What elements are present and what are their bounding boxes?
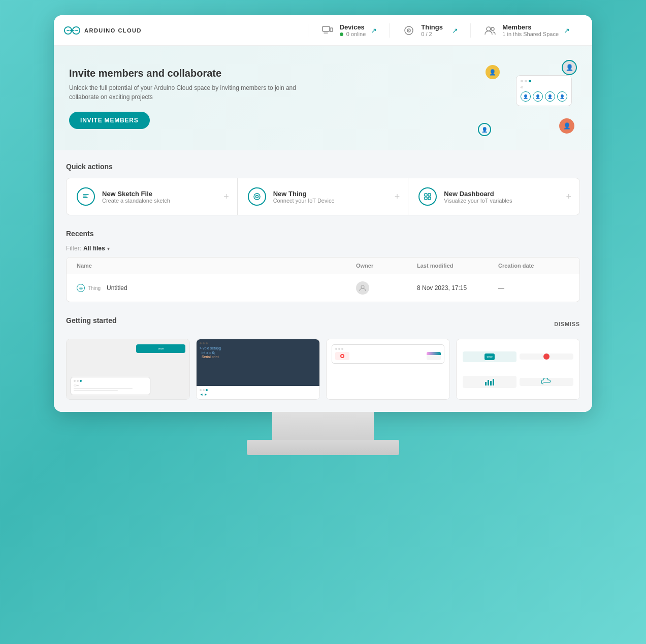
col-owner: Owner [356, 263, 417, 269]
stat-item-devices[interactable]: Devices 0 online ↗ [308, 23, 390, 38]
quick-actions-section: Quick actions New Sketch File Create a s… [66, 163, 580, 215]
action-new-sketch[interactable]: New Sketch File Create a standalone sket… [67, 178, 238, 215]
col-last-modified: Last modified [417, 263, 498, 269]
gs-card-code[interactable]: > void setup() int x = 0; Serial.print ◄… [196, 339, 320, 400]
stat-item-members[interactable]: Members 1 in this Shared Space ↗ [470, 23, 582, 38]
quick-actions-grid: New Sketch File Create a standalone sket… [66, 178, 580, 215]
header: ARDUINO CLOUD Devices [54, 15, 592, 46]
sketch-icon [77, 187, 95, 206]
thing-title: New Thing [273, 190, 335, 198]
thing-subtitle: Connect your IoT Device [273, 198, 335, 204]
file-name-cell: ◎ Thing Untitled [77, 284, 356, 292]
banner-title: Invite members and collaborate [69, 68, 313, 79]
sketch-mini-window: ∞∞ [71, 377, 150, 395]
things-icon [402, 23, 416, 38]
svg-rect-12 [425, 194, 427, 196]
action-new-dashboard[interactable]: New Dashboard Visualize your IoT variabl… [408, 178, 579, 215]
gs-card-sketch[interactable]: ∞∞ ∞∞ [66, 339, 190, 400]
sketch-badge: ∞∞ [136, 344, 185, 353]
gs-card-devices[interactable]: ∞∞ [456, 339, 580, 400]
action-new-thing[interactable]: New Thing Connect your IoT Device + [238, 178, 409, 215]
device-chart-icon [463, 376, 516, 388]
banner-text: Invite members and collaborate Unlock th… [69, 68, 313, 129]
owner-cell [356, 281, 417, 295]
illus-main-window: ∞ 👤 👤 👤 👤 [516, 75, 572, 106]
members-subtitle: 1 in this Shared Space [502, 31, 559, 37]
members-title: Members [502, 23, 559, 31]
dashboard-action-icon [418, 187, 437, 206]
things-subtitle: 0 / 2 [421, 31, 447, 37]
file-type-label: Thing [88, 285, 101, 291]
invite-members-button[interactable]: INVITE MEMBERS [69, 112, 150, 129]
getting-started-cards: ∞∞ ∞∞ [66, 339, 580, 400]
last-modified-cell: 8 Nov 2023, 17:15 [417, 284, 498, 292]
stat-info-things: Things 0 / 2 [421, 23, 447, 37]
table-header: Name Owner Last modified Creation date [67, 257, 579, 274]
monitor-stand-neck [272, 412, 374, 440]
recents-filter: Filter: All files ▾ [66, 245, 580, 252]
gs-card-devices-illus: ∞∞ [457, 339, 579, 399]
recents-title: Recents [66, 230, 580, 238]
dashboard-title: New Dashboard [444, 190, 512, 198]
svg-point-16 [361, 285, 364, 288]
dashboard-mini-window [332, 344, 444, 364]
dashboard-plus-icon: + [566, 191, 571, 202]
gs-card-code-illus: > void setup() int x = 0; Serial.print ◄… [197, 339, 319, 399]
quick-actions-title: Quick actions [66, 163, 580, 171]
table-row[interactable]: ◎ Thing Untitled 8 [67, 274, 579, 302]
online-dot [340, 33, 343, 36]
monitor-stand-base [247, 440, 399, 455]
sketch-title: New Sketch File [102, 190, 170, 198]
banner-illustration: ∞ 👤 👤 👤 👤 👤 👤 👤 [475, 60, 577, 136]
arduino-logo-icon [64, 25, 80, 36]
thing-text: New Thing Connect your IoT Device [273, 190, 335, 204]
filter-value[interactable]: All files [83, 245, 105, 252]
things-arrow-icon: ↗ [452, 26, 458, 35]
sketch-plus-icon: + [223, 191, 229, 202]
svg-point-8 [487, 27, 491, 31]
svg-point-11 [255, 196, 258, 198]
dashboard-text: New Dashboard Visualize your IoT variabl… [444, 190, 512, 204]
main-content: Invite members and collaborate Unlock th… [54, 46, 592, 412]
col-creation-date: Creation date [498, 263, 569, 269]
getting-started-section: Getting started DISMISS ∞∞ [66, 316, 580, 400]
monitor-screen: ARDUINO CLOUD Devices [54, 15, 592, 412]
sketch-text: New Sketch File Create a standalone sket… [102, 190, 170, 204]
svg-rect-3 [322, 26, 330, 31]
devices-icon [320, 23, 335, 38]
recents-table: Name Owner Last modified Creation date ◎… [66, 257, 580, 302]
creation-date-cell: — [498, 284, 569, 292]
svg-rect-14 [425, 197, 427, 200]
filter-label: Filter: [66, 245, 81, 252]
dismiss-button[interactable]: DISMISS [554, 321, 580, 327]
illus-avatar-top: 👤 [562, 60, 577, 75]
svg-rect-13 [428, 194, 431, 196]
filter-dropdown-icon[interactable]: ▾ [107, 246, 110, 251]
illus-avatar-bottom-right: 👤 [559, 118, 574, 134]
stat-info-members: Members 1 in this Shared Space [502, 23, 559, 37]
things-title: Things [421, 23, 447, 31]
svg-point-10 [254, 194, 260, 200]
recents-section: Recents Filter: All files ▾ Name Owner L… [66, 230, 580, 302]
members-icon [483, 23, 497, 38]
gs-card-sketch-illus: ∞∞ ∞∞ [67, 339, 189, 399]
logo-area: ARDUINO CLOUD [64, 25, 142, 36]
col-name: Name [77, 263, 356, 269]
stat-info-devices: Devices 0 online [340, 23, 366, 37]
gs-card-dashboard-illus [327, 339, 449, 399]
getting-started-title: Getting started [66, 316, 117, 325]
banner-description: Unlock the full potential of your Arduin… [69, 83, 313, 102]
thing-action-icon [248, 187, 266, 206]
owner-avatar [356, 281, 369, 295]
svg-rect-4 [330, 28, 333, 31]
thing-plus-icon: + [395, 191, 400, 202]
dashboard-subtitle: Visualize your IoT variables [444, 198, 512, 204]
svg-point-7 [408, 30, 409, 31]
device-cloud-icon [520, 378, 573, 386]
gs-card-dashboard[interactable] [326, 339, 450, 400]
devices-arrow-icon: ↗ [371, 26, 377, 35]
svg-rect-19 [490, 381, 492, 385]
members-arrow-icon: ↗ [564, 26, 570, 35]
getting-started-header: Getting started DISMISS [66, 316, 580, 332]
stat-item-things[interactable]: Things 0 / 2 ↗ [389, 23, 470, 38]
